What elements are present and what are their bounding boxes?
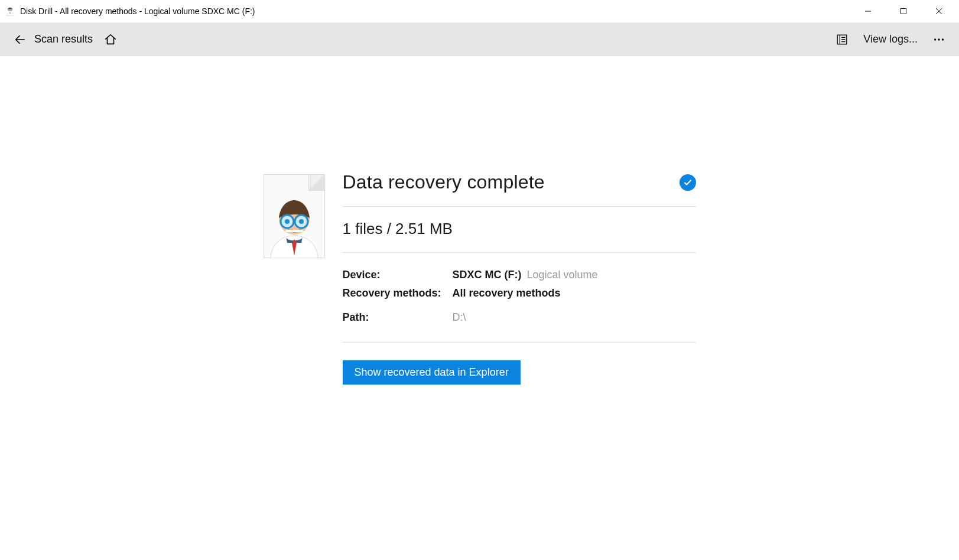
result-panel: Data recovery complete 1 files / 2.51 MB…: [264, 171, 696, 385]
svg-point-5: [934, 38, 936, 40]
device-kind-text: Logical volume: [527, 269, 598, 281]
window-minimize-button[interactable]: [850, 0, 886, 22]
home-icon: [104, 33, 117, 46]
methods-value: All recovery methods: [453, 287, 561, 299]
arrow-left-icon: [14, 33, 27, 46]
logs-icon: [836, 33, 849, 46]
result-heading: Data recovery complete: [343, 171, 545, 193]
result-summary: 1 files / 2.51 MB: [343, 207, 696, 253]
svg-rect-13: [285, 230, 303, 232]
device-value: SDXC MC (F:) Logical volume: [453, 269, 598, 281]
device-label: Device:: [343, 269, 453, 281]
svg-point-12: [299, 219, 304, 224]
logs-icon-button[interactable]: [830, 28, 854, 51]
toolbar: Scan results View logs...: [0, 22, 959, 56]
more-menu-button[interactable]: [927, 28, 951, 51]
result-title-row: Data recovery complete: [343, 171, 696, 207]
detail-path: Path: D:\: [343, 308, 696, 327]
home-button[interactable]: [99, 28, 122, 51]
detail-methods: Recovery methods: All recovery methods: [343, 284, 696, 302]
view-logs-link[interactable]: View logs...: [859, 30, 922, 49]
svg-point-6: [938, 38, 940, 40]
window-titlebar: Disk Drill - All recovery methods - Logi…: [0, 0, 959, 22]
more-horizontal-icon: [932, 33, 945, 46]
window-close-button[interactable]: [921, 0, 957, 22]
device-name-text: SDXC MC (F:): [453, 269, 522, 281]
main-content: Data recovery complete 1 files / 2.51 MB…: [0, 56, 959, 385]
path-value: D:\: [453, 311, 466, 324]
methods-label: Recovery methods:: [343, 287, 453, 299]
result-info: Data recovery complete 1 files / 2.51 MB…: [343, 171, 696, 385]
scan-results-label: Scan results: [34, 33, 93, 45]
detail-device: Device: SDXC MC (F:) Logical volume: [343, 266, 696, 284]
svg-point-7: [942, 38, 944, 40]
actions-row: Show recovered data in Explorer: [343, 343, 696, 385]
app-icon: [5, 6, 15, 17]
show-in-explorer-button[interactable]: Show recovered data in Explorer: [343, 360, 521, 385]
svg-point-11: [285, 219, 290, 224]
back-button[interactable]: [8, 28, 32, 51]
details-block: Device: SDXC MC (F:) Logical volume Reco…: [343, 253, 696, 343]
success-check-icon: [680, 174, 696, 191]
window-controls: [850, 0, 957, 22]
path-label: Path:: [343, 311, 453, 324]
document-mascot-icon: [264, 174, 325, 258]
window-title: Disk Drill - All recovery methods - Logi…: [20, 6, 255, 16]
window-maximize-button[interactable]: [886, 0, 921, 22]
svg-rect-3: [901, 8, 906, 14]
